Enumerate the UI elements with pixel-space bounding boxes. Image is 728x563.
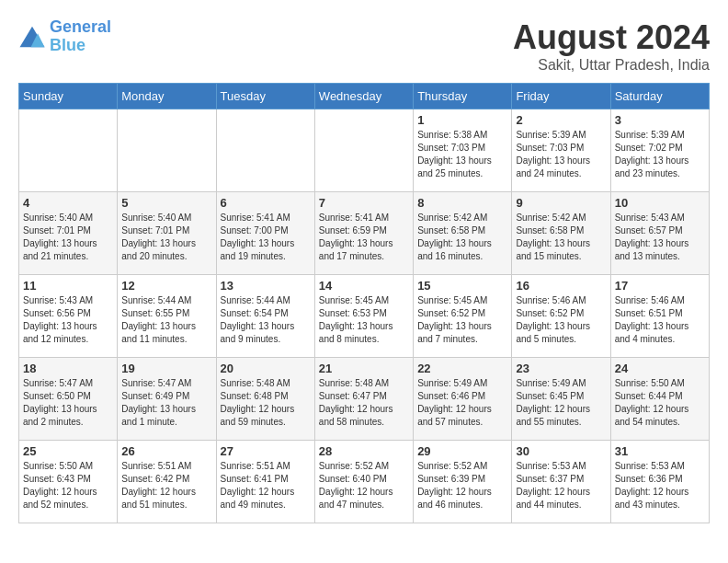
- day-info: Sunrise: 5:43 AM Sunset: 6:57 PM Dayligh…: [615, 212, 705, 263]
- day-number: 4: [23, 196, 113, 210]
- day-info: Sunrise: 5:52 AM Sunset: 6:40 PM Dayligh…: [319, 460, 409, 511]
- calendar-cell: 14Sunrise: 5:45 AM Sunset: 6:53 PM Dayli…: [314, 275, 413, 358]
- day-number: 29: [417, 444, 507, 458]
- calendar-cell: 28Sunrise: 5:52 AM Sunset: 6:40 PM Dayli…: [314, 441, 413, 523]
- calendar-cell: 29Sunrise: 5:52 AM Sunset: 6:39 PM Dayli…: [414, 441, 512, 523]
- day-number: 22: [417, 362, 507, 375]
- weekday-header-row: SundayMondayTuesdayWednesdayThursdayFrid…: [19, 84, 710, 109]
- calendar-cell: 4Sunrise: 5:40 AM Sunset: 7:01 PM Daylig…: [19, 192, 118, 275]
- day-info: Sunrise: 5:47 AM Sunset: 6:49 PM Dayligh…: [121, 377, 211, 429]
- calendar-cell: 31Sunrise: 5:53 AM Sunset: 6:36 PM Dayli…: [610, 441, 709, 523]
- day-info: Sunrise: 5:43 AM Sunset: 6:56 PM Dayligh…: [23, 294, 113, 346]
- calendar-cell: 18Sunrise: 5:47 AM Sunset: 6:50 PM Dayli…: [19, 358, 118, 441]
- day-info: Sunrise: 5:41 AM Sunset: 7:00 PM Dayligh…: [221, 212, 311, 263]
- subtitle: Sakit, Uttar Pradesh, India: [513, 57, 710, 74]
- week-row-5: 25Sunrise: 5:50 AM Sunset: 6:43 PM Dayli…: [19, 441, 710, 523]
- logo: General Blue: [18, 18, 111, 55]
- day-info: Sunrise: 5:51 AM Sunset: 6:42 PM Dayligh…: [121, 460, 211, 511]
- day-info: Sunrise: 5:42 AM Sunset: 6:58 PM Dayligh…: [417, 212, 507, 263]
- calendar-cell: 5Sunrise: 5:40 AM Sunset: 7:01 PM Daylig…: [118, 192, 216, 275]
- day-info: Sunrise: 5:42 AM Sunset: 6:58 PM Dayligh…: [516, 212, 606, 263]
- calendar-cell: 25Sunrise: 5:50 AM Sunset: 6:43 PM Dayli…: [19, 441, 118, 523]
- calendar-cell: 22Sunrise: 5:49 AM Sunset: 6:46 PM Dayli…: [414, 358, 512, 441]
- page-header: General Blue August 2024 Sakit, Uttar Pr…: [18, 18, 710, 74]
- calendar-cell: 13Sunrise: 5:44 AM Sunset: 6:54 PM Dayli…: [216, 275, 314, 358]
- day-number: 6: [221, 196, 311, 210]
- calendar-cell: 12Sunrise: 5:44 AM Sunset: 6:55 PM Dayli…: [118, 275, 216, 358]
- day-number: 7: [319, 196, 409, 210]
- weekday-header-friday: Friday: [512, 84, 610, 109]
- day-number: 13: [221, 279, 311, 293]
- week-row-1: 1Sunrise: 5:38 AM Sunset: 7:03 PM Daylig…: [19, 109, 710, 192]
- day-info: Sunrise: 5:51 AM Sunset: 6:41 PM Dayligh…: [221, 460, 311, 511]
- day-number: 9: [516, 196, 606, 210]
- day-info: Sunrise: 5:44 AM Sunset: 6:55 PM Dayligh…: [121, 294, 211, 346]
- calendar-cell: 26Sunrise: 5:51 AM Sunset: 6:42 PM Dayli…: [118, 441, 216, 523]
- calendar-cell: 1Sunrise: 5:38 AM Sunset: 7:03 PM Daylig…: [414, 109, 512, 192]
- day-number: 27: [221, 444, 311, 458]
- calendar-cell: 16Sunrise: 5:46 AM Sunset: 6:52 PM Dayli…: [512, 275, 610, 358]
- calendar-cell: 9Sunrise: 5:42 AM Sunset: 6:58 PM Daylig…: [512, 192, 610, 275]
- calendar-cell: 27Sunrise: 5:51 AM Sunset: 6:41 PM Dayli…: [216, 441, 314, 523]
- day-info: Sunrise: 5:39 AM Sunset: 7:03 PM Dayligh…: [516, 129, 606, 180]
- calendar-cell: 30Sunrise: 5:53 AM Sunset: 6:37 PM Dayli…: [512, 441, 610, 523]
- day-number: 18: [23, 362, 113, 375]
- day-info: Sunrise: 5:53 AM Sunset: 6:37 PM Dayligh…: [516, 460, 606, 511]
- day-info: Sunrise: 5:40 AM Sunset: 7:01 PM Dayligh…: [121, 212, 211, 263]
- calendar-cell: [314, 109, 413, 192]
- calendar-cell: 24Sunrise: 5:50 AM Sunset: 6:44 PM Dayli…: [610, 358, 709, 441]
- day-info: Sunrise: 5:50 AM Sunset: 6:43 PM Dayligh…: [23, 460, 113, 511]
- logo-icon: [18, 23, 46, 51]
- day-info: Sunrise: 5:46 AM Sunset: 6:52 PM Dayligh…: [516, 294, 606, 346]
- day-info: Sunrise: 5:46 AM Sunset: 6:51 PM Dayligh…: [615, 294, 705, 346]
- day-number: 1: [417, 113, 507, 127]
- week-row-3: 11Sunrise: 5:43 AM Sunset: 6:56 PM Dayli…: [19, 275, 710, 358]
- main-title: August 2024: [513, 18, 710, 57]
- day-info: Sunrise: 5:39 AM Sunset: 7:02 PM Dayligh…: [615, 129, 705, 180]
- day-number: 11: [23, 279, 113, 293]
- day-info: Sunrise: 5:49 AM Sunset: 6:46 PM Dayligh…: [417, 377, 507, 429]
- day-info: Sunrise: 5:45 AM Sunset: 6:52 PM Dayligh…: [417, 294, 507, 346]
- day-number: 26: [121, 444, 211, 458]
- calendar-table: SundayMondayTuesdayWednesdayThursdayFrid…: [18, 83, 710, 523]
- day-number: 24: [615, 362, 705, 375]
- day-number: 25: [23, 444, 113, 458]
- calendar-cell: 3Sunrise: 5:39 AM Sunset: 7:02 PM Daylig…: [610, 109, 709, 192]
- calendar-cell: [19, 109, 118, 192]
- weekday-header-saturday: Saturday: [610, 84, 709, 109]
- logo-text: General Blue: [50, 18, 111, 55]
- day-number: 16: [516, 279, 606, 293]
- calendar-cell: 20Sunrise: 5:48 AM Sunset: 6:48 PM Dayli…: [216, 358, 314, 441]
- calendar-cell: [216, 109, 314, 192]
- week-row-4: 18Sunrise: 5:47 AM Sunset: 6:50 PM Dayli…: [19, 358, 710, 441]
- day-info: Sunrise: 5:41 AM Sunset: 6:59 PM Dayligh…: [319, 212, 409, 263]
- calendar-cell: 6Sunrise: 5:41 AM Sunset: 7:00 PM Daylig…: [216, 192, 314, 275]
- calendar-cell: 23Sunrise: 5:49 AM Sunset: 6:45 PM Dayli…: [512, 358, 610, 441]
- day-info: Sunrise: 5:52 AM Sunset: 6:39 PM Dayligh…: [417, 460, 507, 511]
- day-number: 17: [615, 279, 705, 293]
- day-number: 30: [516, 444, 606, 458]
- day-number: 14: [319, 279, 409, 293]
- day-number: 23: [516, 362, 606, 375]
- day-info: Sunrise: 5:44 AM Sunset: 6:54 PM Dayligh…: [221, 294, 311, 346]
- day-number: 28: [319, 444, 409, 458]
- day-number: 12: [121, 279, 211, 293]
- day-number: 20: [221, 362, 311, 375]
- day-number: 15: [417, 279, 507, 293]
- day-info: Sunrise: 5:45 AM Sunset: 6:53 PM Dayligh…: [319, 294, 409, 346]
- day-number: 21: [319, 362, 409, 375]
- day-info: Sunrise: 5:49 AM Sunset: 6:45 PM Dayligh…: [516, 377, 606, 429]
- calendar-cell: 21Sunrise: 5:48 AM Sunset: 6:47 PM Dayli…: [314, 358, 413, 441]
- calendar-cell: 2Sunrise: 5:39 AM Sunset: 7:03 PM Daylig…: [512, 109, 610, 192]
- day-info: Sunrise: 5:50 AM Sunset: 6:44 PM Dayligh…: [615, 377, 705, 429]
- calendar-cell: 19Sunrise: 5:47 AM Sunset: 6:49 PM Dayli…: [118, 358, 216, 441]
- weekday-header-tuesday: Tuesday: [216, 84, 314, 109]
- day-number: 5: [121, 196, 211, 210]
- weekday-header-sunday: Sunday: [19, 84, 118, 109]
- day-info: Sunrise: 5:48 AM Sunset: 6:47 PM Dayligh…: [319, 377, 409, 429]
- weekday-header-monday: Monday: [118, 84, 216, 109]
- day-info: Sunrise: 5:53 AM Sunset: 6:36 PM Dayligh…: [615, 460, 705, 511]
- calendar-cell: 11Sunrise: 5:43 AM Sunset: 6:56 PM Dayli…: [19, 275, 118, 358]
- calendar-cell: [118, 109, 216, 192]
- weekday-header-thursday: Thursday: [414, 84, 512, 109]
